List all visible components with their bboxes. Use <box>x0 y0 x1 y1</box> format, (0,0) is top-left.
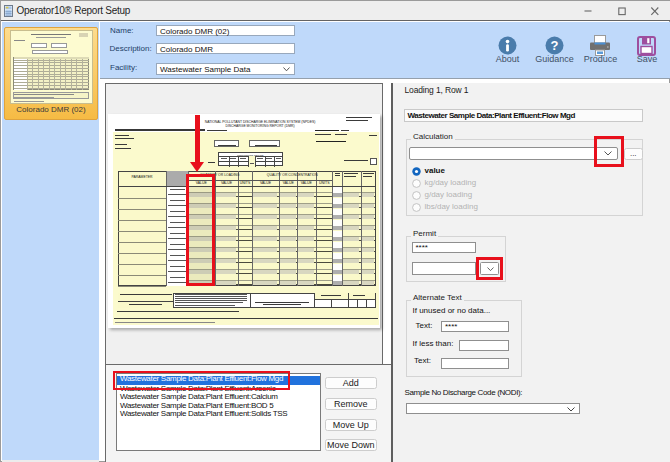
svg-text:?: ? <box>551 38 559 53</box>
